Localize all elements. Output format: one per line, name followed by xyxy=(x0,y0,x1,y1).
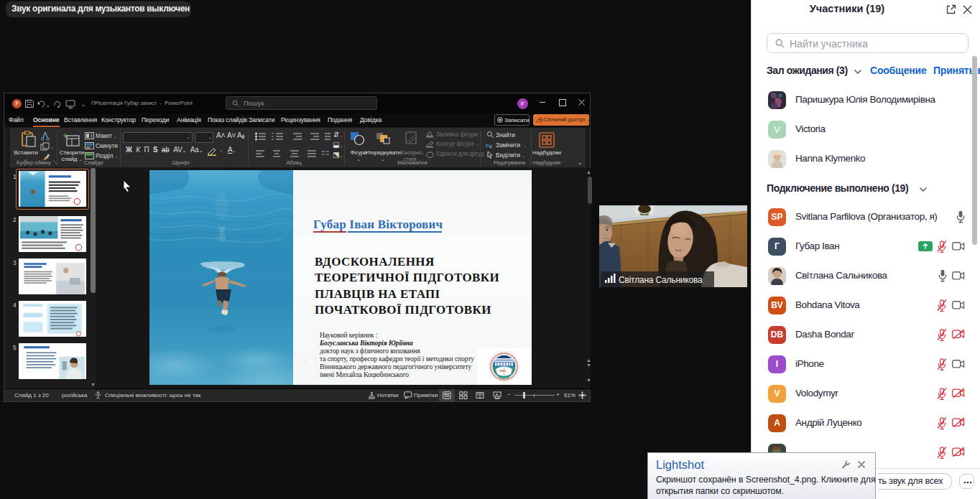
svg-text:⌄: ⌄ xyxy=(50,144,53,149)
svg-text:1912: 1912 xyxy=(499,369,507,373)
svg-text:Світлана Сальникова: Світлана Сальникова xyxy=(619,275,703,285)
svg-text:c: c xyxy=(489,143,492,149)
svg-text:⌄: ⌄ xyxy=(80,101,86,108)
svg-text:⌄: ⌄ xyxy=(45,101,51,108)
